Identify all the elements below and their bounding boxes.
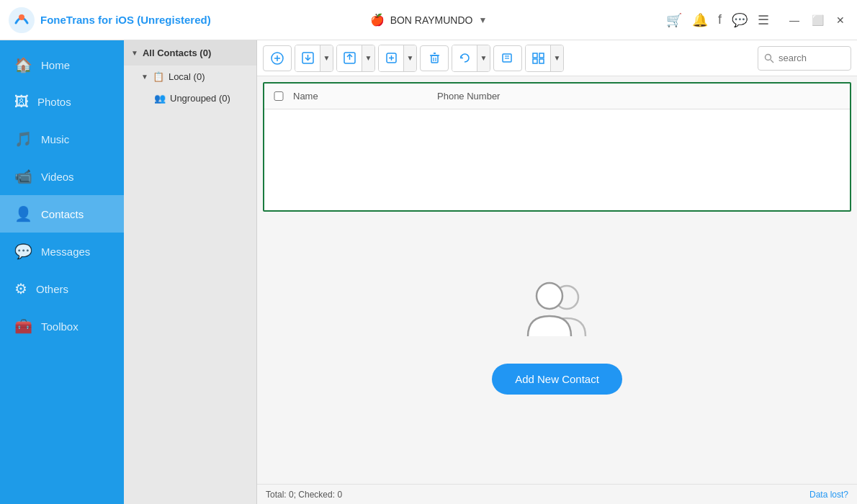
export-button[interactable] [337, 45, 362, 71]
chat-icon[interactable]: 💬 [732, 12, 748, 28]
close-button[interactable]: ✕ [833, 12, 848, 28]
export-button-group: ▼ [336, 45, 375, 72]
sidebar-label-home: Home [41, 59, 70, 71]
toolbar: ▼ ▼ ▼ ▼ [257, 40, 857, 76]
contact-tree-panel: ▼ All Contacts (0) ▼ 📋 Local (0) 👥 Ungro… [124, 40, 257, 504]
svg-rect-21 [533, 53, 537, 58]
table-header: Name Phone Number [264, 84, 850, 109]
device-name: BON RAYMUNDO [390, 14, 473, 26]
select-all-checkbox[interactable] [270, 91, 287, 101]
svg-rect-23 [533, 59, 537, 63]
search-icon [764, 53, 774, 63]
window-controls: — ⬜ ✕ [786, 12, 848, 28]
contacts-table-area: Name Phone Number [263, 82, 851, 212]
contacts-icon: 👤 [14, 205, 32, 222]
maximize-button[interactable]: ⬜ [809, 12, 825, 28]
content-area: ▼ ▼ ▼ ▼ [257, 40, 857, 504]
tree-ungrouped-item[interactable]: 👥 Ungrouped (0) [124, 88, 256, 109]
svg-rect-24 [539, 59, 544, 63]
view-button[interactable] [526, 45, 550, 71]
tree-root-all-contacts[interactable]: ▼ All Contacts (0) [124, 40, 256, 66]
gift-icon[interactable]: 🔔 [692, 12, 708, 28]
tree-local-label: Local (0) [169, 71, 205, 82]
svg-point-25 [766, 54, 771, 60]
svg-point-28 [537, 283, 562, 309]
toolbox-icon: 🧰 [14, 318, 32, 335]
sidebar-label-videos: Videos [41, 171, 74, 183]
contacts-empty-icon [518, 279, 597, 343]
sidebar-item-home[interactable]: 🏠 Home [0, 46, 124, 84]
sidebar-item-messages[interactable]: 💬 Messages [0, 233, 124, 270]
sidebar-label-music: Music [41, 133, 69, 145]
main-layout: 🏠 Home 🖼 Photos 🎵 Music 📹 Videos 👤 Conta… [0, 40, 857, 504]
search-input[interactable] [779, 53, 843, 63]
add-new-contact-button[interactable]: Add New Contact [492, 364, 622, 395]
view-dropdown-arrow[interactable]: ▼ [550, 45, 563, 71]
import-button-group: ▼ [295, 45, 333, 72]
cart-icon[interactable]: 🛒 [666, 12, 682, 28]
delete-button[interactable] [420, 45, 449, 71]
sidebar-label-others: Others [36, 283, 68, 295]
ungrouped-icon: 👥 [154, 93, 166, 104]
title-bar-actions: 🛒 🔔 f 💬 ☰ — ⬜ ✕ [666, 12, 848, 28]
sidebar-label-toolbox: Toolbox [41, 320, 78, 333]
tree-local-item[interactable]: ▼ 📋 Local (0) [124, 66, 256, 88]
data-lost-link[interactable]: Data lost? [809, 490, 848, 500]
device-info: 🍎 BON RAYMUNDO ▼ [370, 13, 488, 27]
sidebar-item-others[interactable]: ⚙ Others [0, 270, 124, 307]
title-bar: FoneTrans for iOS (Unregistered) 🍎 BON R… [0, 0, 857, 40]
others-icon: ⚙ [14, 280, 27, 297]
svg-line-26 [771, 60, 773, 63]
sidebar-label-messages: Messages [41, 246, 90, 258]
tree-ungrouped-label: Ungrouped (0) [170, 93, 230, 104]
sync-button[interactable] [452, 45, 477, 71]
minimize-button[interactable]: — [786, 12, 802, 28]
music-icon: 🎵 [14, 130, 32, 148]
tree-root-label: All Contacts (0) [143, 48, 211, 58]
tree-root-arrow: ▼ [131, 49, 138, 57]
facebook-icon[interactable]: f [718, 12, 722, 27]
device-dropdown-icon[interactable]: ▼ [478, 15, 487, 25]
column-header-phone: Phone Number [437, 91, 500, 102]
sync-button-group: ▼ [452, 45, 490, 72]
import-button[interactable] [295, 45, 320, 71]
messages-icon: 💬 [14, 243, 32, 260]
tree-local-arrow: ▼ [141, 73, 148, 81]
app-logo-icon [9, 7, 35, 33]
view-button-group: ▼ [525, 45, 564, 72]
local-icon: 📋 [153, 71, 164, 82]
svg-point-1 [19, 14, 24, 20]
total-checked-status: Total: 0; Checked: 0 [266, 490, 342, 500]
more-button[interactable] [493, 45, 522, 71]
import-dropdown-arrow[interactable]: ▼ [320, 45, 333, 71]
videos-icon: 📹 [14, 168, 32, 185]
column-header-name: Name [293, 91, 437, 102]
sidebar: 🏠 Home 🖼 Photos 🎵 Music 📹 Videos 👤 Conta… [0, 40, 124, 504]
empty-state: Add New Contact [257, 217, 857, 484]
sidebar-item-contacts[interactable]: 👤 Contacts [0, 195, 124, 233]
svg-rect-13 [431, 55, 438, 63]
sidebar-item-videos[interactable]: 📹 Videos [0, 158, 124, 195]
app-logo: FoneTrans for iOS (Unregistered) [9, 7, 666, 33]
sidebar-label-contacts: Contacts [41, 208, 84, 220]
home-icon: 🏠 [14, 56, 32, 73]
svg-rect-22 [539, 53, 544, 58]
edit-button-group: ▼ [378, 45, 417, 72]
apple-icon: 🍎 [370, 13, 385, 27]
search-box[interactable] [758, 46, 851, 71]
edit-button[interactable] [379, 45, 403, 71]
add-button[interactable] [263, 45, 292, 71]
photos-icon: 🖼 [14, 94, 29, 110]
sync-dropdown-arrow[interactable]: ▼ [477, 45, 490, 71]
table-body [264, 109, 850, 210]
sidebar-item-toolbox[interactable]: 🧰 Toolbox [0, 307, 124, 345]
export-dropdown-arrow[interactable]: ▼ [362, 45, 374, 71]
menu-icon[interactable]: ☰ [758, 12, 769, 28]
status-bar: Total: 0; Checked: 0 Data lost? [257, 484, 857, 504]
sidebar-label-photos: Photos [37, 96, 71, 108]
edit-dropdown-arrow[interactable]: ▼ [403, 45, 416, 71]
sidebar-item-photos[interactable]: 🖼 Photos [0, 84, 124, 120]
app-title-text: FoneTrans for iOS (Unregistered) [40, 14, 211, 26]
sidebar-item-music[interactable]: 🎵 Music [0, 120, 124, 158]
